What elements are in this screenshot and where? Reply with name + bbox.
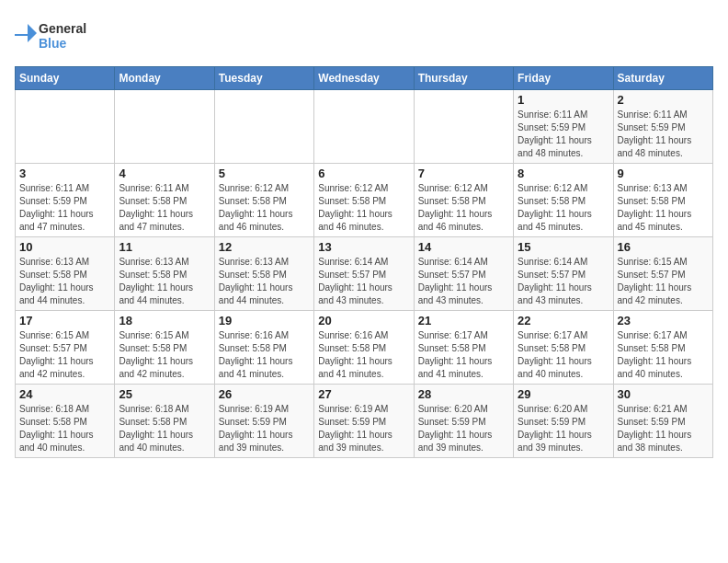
calendar-cell: 2Sunrise: 6:11 AMSunset: 5:59 PMDaylight… xyxy=(613,90,712,164)
weekday-sunday: Sunday xyxy=(16,67,115,90)
cell-info: Sunrise: 6:18 AMSunset: 5:58 PMDaylight:… xyxy=(19,403,110,454)
cell-info: Sunrise: 6:20 AMSunset: 5:59 PMDaylight:… xyxy=(418,403,509,454)
calendar-cell xyxy=(115,90,214,164)
day-number: 29 xyxy=(518,387,609,401)
calendar-cell: 12Sunrise: 6:13 AMSunset: 5:58 PMDayligh… xyxy=(214,237,313,311)
calendar-cell: 6Sunrise: 6:12 AMSunset: 5:58 PMDaylight… xyxy=(314,164,414,237)
cell-info: Sunrise: 6:12 AMSunset: 5:58 PMDaylight:… xyxy=(418,182,509,234)
weekday-saturday: Saturday xyxy=(613,67,712,90)
calendar-header: SundayMondayTuesdayWednesdayThursdayFrid… xyxy=(16,67,713,90)
day-number: 1 xyxy=(518,93,609,107)
week-row-3: 10Sunrise: 6:13 AMSunset: 5:58 PMDayligh… xyxy=(16,237,713,311)
calendar-cell xyxy=(414,90,513,164)
calendar-cell: 3Sunrise: 6:11 AMSunset: 5:59 PMDaylight… xyxy=(16,164,115,237)
calendar-cell: 23Sunrise: 6:17 AMSunset: 5:58 PMDayligh… xyxy=(613,311,712,385)
logo-svg: General Blue xyxy=(15,15,97,55)
cell-info: Sunrise: 6:16 AMSunset: 5:58 PMDaylight:… xyxy=(219,329,310,381)
cell-info: Sunrise: 6:17 AMSunset: 5:58 PMDaylight:… xyxy=(518,329,609,381)
cell-info: Sunrise: 6:12 AMSunset: 5:58 PMDaylight:… xyxy=(318,182,409,234)
cell-info: Sunrise: 6:19 AMSunset: 5:59 PMDaylight:… xyxy=(219,403,310,454)
day-number: 8 xyxy=(518,167,609,180)
cell-info: Sunrise: 6:17 AMSunset: 5:58 PMDaylight:… xyxy=(418,329,509,381)
day-number: 23 xyxy=(618,314,709,327)
cell-info: Sunrise: 6:12 AMSunset: 5:58 PMDaylight:… xyxy=(518,182,609,234)
cell-info: Sunrise: 6:19 AMSunset: 5:59 PMDaylight:… xyxy=(318,403,409,454)
calendar-cell: 19Sunrise: 6:16 AMSunset: 5:58 PMDayligh… xyxy=(214,311,313,385)
calendar-cell: 15Sunrise: 6:14 AMSunset: 5:57 PMDayligh… xyxy=(514,237,613,311)
calendar-cell: 28Sunrise: 6:20 AMSunset: 5:59 PMDayligh… xyxy=(414,385,513,458)
calendar-cell xyxy=(314,90,414,164)
calendar-cell: 4Sunrise: 6:11 AMSunset: 5:58 PMDaylight… xyxy=(115,164,214,237)
cell-info: Sunrise: 6:20 AMSunset: 5:59 PMDaylight:… xyxy=(518,403,609,454)
weekday-friday: Friday xyxy=(514,67,613,90)
calendar-cell: 24Sunrise: 6:18 AMSunset: 5:58 PMDayligh… xyxy=(16,385,115,458)
calendar-cell: 5Sunrise: 6:12 AMSunset: 5:58 PMDaylight… xyxy=(214,164,313,237)
day-number: 7 xyxy=(418,167,509,180)
calendar-cell: 16Sunrise: 6:15 AMSunset: 5:57 PMDayligh… xyxy=(613,237,712,311)
cell-info: Sunrise: 6:18 AMSunset: 5:58 PMDaylight:… xyxy=(119,403,210,454)
cell-info: Sunrise: 6:11 AMSunset: 5:59 PMDaylight:… xyxy=(19,182,110,234)
calendar-cell: 14Sunrise: 6:14 AMSunset: 5:57 PMDayligh… xyxy=(414,237,513,311)
cell-info: Sunrise: 6:14 AMSunset: 5:57 PMDaylight:… xyxy=(518,256,609,307)
day-number: 6 xyxy=(318,167,409,180)
svg-marker-2 xyxy=(28,24,37,42)
calendar-cell: 25Sunrise: 6:18 AMSunset: 5:58 PMDayligh… xyxy=(115,385,214,458)
day-number: 27 xyxy=(318,387,409,401)
calendar-cell xyxy=(214,90,313,164)
day-number: 16 xyxy=(618,240,709,254)
svg-text:Blue: Blue xyxy=(39,36,67,51)
weekday-header-row: SundayMondayTuesdayWednesdayThursdayFrid… xyxy=(16,67,713,90)
calendar-cell: 10Sunrise: 6:13 AMSunset: 5:58 PMDayligh… xyxy=(16,237,115,311)
cell-info: Sunrise: 6:11 AMSunset: 5:58 PMDaylight:… xyxy=(119,182,210,234)
calendar-cell: 22Sunrise: 6:17 AMSunset: 5:58 PMDayligh… xyxy=(514,311,613,385)
calendar-cell: 7Sunrise: 6:12 AMSunset: 5:58 PMDaylight… xyxy=(414,164,513,237)
cell-info: Sunrise: 6:17 AMSunset: 5:58 PMDaylight:… xyxy=(618,329,709,381)
cell-info: Sunrise: 6:14 AMSunset: 5:57 PMDaylight:… xyxy=(318,256,409,307)
calendar-cell: 20Sunrise: 6:16 AMSunset: 5:58 PMDayligh… xyxy=(314,311,414,385)
cell-info: Sunrise: 6:15 AMSunset: 5:57 PMDaylight:… xyxy=(19,329,110,381)
day-number: 13 xyxy=(318,240,409,254)
calendar-cell: 17Sunrise: 6:15 AMSunset: 5:57 PMDayligh… xyxy=(16,311,115,385)
calendar-body: 1Sunrise: 6:11 AMSunset: 5:59 PMDaylight… xyxy=(16,90,713,458)
day-number: 22 xyxy=(518,314,609,327)
cell-info: Sunrise: 6:14 AMSunset: 5:57 PMDaylight:… xyxy=(418,256,509,307)
week-row-5: 24Sunrise: 6:18 AMSunset: 5:58 PMDayligh… xyxy=(16,385,713,458)
header-area: General Blue xyxy=(15,15,713,55)
day-number: 14 xyxy=(418,240,509,254)
calendar-cell xyxy=(16,90,115,164)
weekday-tuesday: Tuesday xyxy=(214,67,313,90)
week-row-2: 3Sunrise: 6:11 AMSunset: 5:59 PMDaylight… xyxy=(16,164,713,237)
cell-info: Sunrise: 6:16 AMSunset: 5:58 PMDaylight:… xyxy=(318,329,409,381)
calendar-cell: 9Sunrise: 6:13 AMSunset: 5:58 PMDaylight… xyxy=(613,164,712,237)
calendar-table: SundayMondayTuesdayWednesdayThursdayFrid… xyxy=(15,66,713,458)
day-number: 12 xyxy=(219,240,310,254)
day-number: 21 xyxy=(418,314,509,327)
svg-text:General: General xyxy=(39,21,86,36)
day-number: 24 xyxy=(19,387,110,401)
week-row-4: 17Sunrise: 6:15 AMSunset: 5:57 PMDayligh… xyxy=(16,311,713,385)
cell-info: Sunrise: 6:15 AMSunset: 5:58 PMDaylight:… xyxy=(119,329,210,381)
calendar-cell: 21Sunrise: 6:17 AMSunset: 5:58 PMDayligh… xyxy=(414,311,513,385)
cell-info: Sunrise: 6:13 AMSunset: 5:58 PMDaylight:… xyxy=(19,256,110,307)
day-number: 4 xyxy=(119,167,210,180)
calendar-cell: 11Sunrise: 6:13 AMSunset: 5:58 PMDayligh… xyxy=(115,237,214,311)
cell-info: Sunrise: 6:11 AMSunset: 5:59 PMDaylight:… xyxy=(518,109,609,160)
day-number: 26 xyxy=(219,387,310,401)
calendar-cell: 29Sunrise: 6:20 AMSunset: 5:59 PMDayligh… xyxy=(514,385,613,458)
calendar-cell: 13Sunrise: 6:14 AMSunset: 5:57 PMDayligh… xyxy=(314,237,414,311)
cell-info: Sunrise: 6:21 AMSunset: 5:59 PMDaylight:… xyxy=(618,403,709,454)
weekday-wednesday: Wednesday xyxy=(314,67,414,90)
calendar-cell: 27Sunrise: 6:19 AMSunset: 5:59 PMDayligh… xyxy=(314,385,414,458)
day-number: 9 xyxy=(618,167,709,180)
day-number: 5 xyxy=(219,167,310,180)
day-number: 19 xyxy=(219,314,310,327)
calendar-cell: 26Sunrise: 6:19 AMSunset: 5:59 PMDayligh… xyxy=(214,385,313,458)
calendar-cell: 8Sunrise: 6:12 AMSunset: 5:58 PMDaylight… xyxy=(514,164,613,237)
cell-info: Sunrise: 6:11 AMSunset: 5:59 PMDaylight:… xyxy=(618,109,709,160)
day-number: 28 xyxy=(418,387,509,401)
cell-info: Sunrise: 6:12 AMSunset: 5:58 PMDaylight:… xyxy=(219,182,310,234)
day-number: 30 xyxy=(618,387,709,401)
logo: General Blue xyxy=(15,15,97,55)
cell-info: Sunrise: 6:13 AMSunset: 5:58 PMDaylight:… xyxy=(219,256,310,307)
calendar-cell: 30Sunrise: 6:21 AMSunset: 5:59 PMDayligh… xyxy=(613,385,712,458)
